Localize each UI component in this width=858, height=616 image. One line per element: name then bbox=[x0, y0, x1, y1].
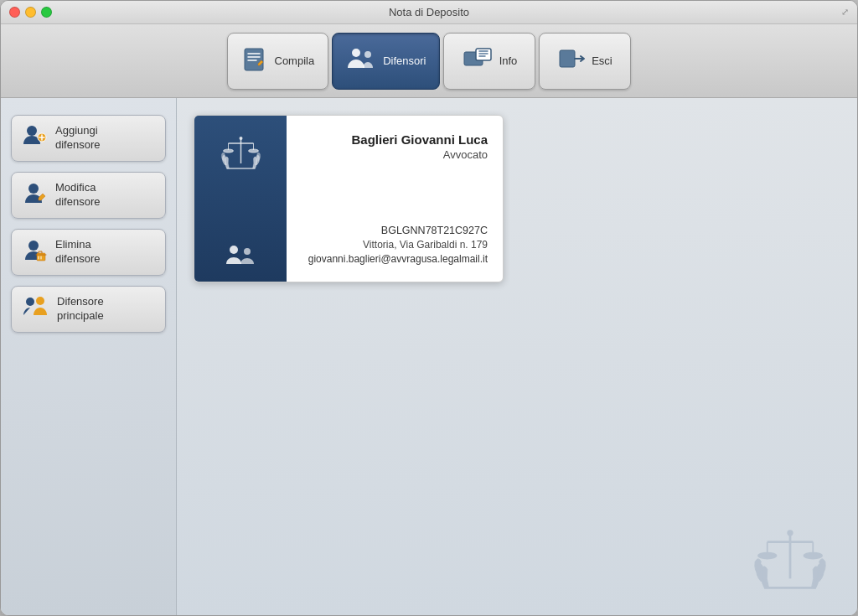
card-people-icon bbox=[224, 244, 257, 269]
svg-point-21 bbox=[230, 246, 238, 254]
main-content: Aggiungidifensore Modificadifensore bbox=[1, 98, 857, 615]
svg-point-2 bbox=[364, 51, 371, 58]
card-person-name: Baglieri Giovanni Luca bbox=[302, 132, 488, 147]
svg-point-8 bbox=[28, 184, 39, 194]
info-label: Info bbox=[499, 54, 518, 67]
compila-icon bbox=[241, 45, 268, 76]
svg-point-1 bbox=[352, 49, 360, 57]
svg-rect-4 bbox=[476, 49, 491, 60]
aggiungi-icon bbox=[22, 124, 47, 153]
compila-button[interactable]: Compila bbox=[227, 33, 329, 90]
svg-point-9 bbox=[28, 241, 39, 251]
card-logo bbox=[218, 128, 264, 174]
card-left-panel bbox=[194, 116, 287, 282]
window-controls bbox=[9, 7, 52, 18]
card-address: Vittoria, Via Garibaldi n. 179 bbox=[302, 239, 488, 251]
watermark-scales-icon bbox=[748, 515, 832, 598]
watermark bbox=[748, 515, 832, 598]
esci-icon bbox=[558, 47, 585, 75]
elimina-label: Eliminadifensore bbox=[55, 238, 100, 267]
esci-button[interactable]: Esci bbox=[539, 33, 631, 90]
card-email: giovanni.baglieri@avvragusa.legalmail.it bbox=[302, 253, 488, 265]
modifica-label: Modificadifensore bbox=[55, 181, 100, 210]
aggiungi-difensore-button[interactable]: Aggiungidifensore bbox=[11, 115, 166, 162]
aggiungi-label: Aggiungidifensore bbox=[55, 124, 100, 153]
principale-icon bbox=[22, 295, 49, 324]
toolbar: Compila Difensori bbox=[1, 24, 857, 98]
card-person-title: Avvocato bbox=[302, 148, 488, 161]
maximize-button[interactable] bbox=[41, 7, 52, 18]
svg-point-20 bbox=[239, 137, 242, 140]
svg-point-29 bbox=[804, 552, 822, 558]
svg-point-12 bbox=[36, 297, 44, 305]
difensori-button[interactable]: Difensori bbox=[332, 33, 440, 90]
card-details: BGLGNN78T21C927C Vittoria, Via Garibaldi… bbox=[302, 225, 488, 265]
business-card: Baglieri Giovanni Luca Avvocato BGLGNN78… bbox=[194, 115, 504, 282]
info-button[interactable]: Info bbox=[443, 33, 535, 90]
app-window: Nota di Deposito ⤢ Compila bbox=[0, 0, 858, 616]
modifica-difensore-button[interactable]: Modificadifensore bbox=[11, 172, 166, 219]
difensore-principale-button[interactable]: Difensoreprincipale bbox=[11, 286, 166, 333]
svg-point-17 bbox=[223, 149, 233, 153]
svg-point-22 bbox=[244, 248, 251, 255]
content-area: Baglieri Giovanni Luca Avvocato BGLGNN78… bbox=[177, 98, 857, 615]
scales-logo-icon bbox=[218, 128, 264, 174]
svg-point-27 bbox=[758, 552, 777, 558]
esci-label: Esci bbox=[592, 54, 612, 67]
title-bar: Nota di Deposito ⤢ bbox=[1, 1, 857, 24]
modifica-icon bbox=[22, 181, 47, 210]
expand-icon[interactable]: ⤢ bbox=[841, 7, 849, 18]
elimina-difensore-button[interactable]: Eliminadifensore bbox=[11, 229, 166, 276]
difensori-label: Difensori bbox=[383, 54, 426, 67]
close-button[interactable] bbox=[9, 7, 20, 18]
difensori-icon bbox=[346, 46, 376, 75]
elimina-icon bbox=[22, 238, 47, 267]
principale-label: Difensoreprincipale bbox=[57, 295, 104, 324]
card-cf: BGLGNN78T21C927C bbox=[302, 225, 488, 236]
svg-point-6 bbox=[27, 126, 37, 136]
info-icon bbox=[463, 47, 493, 75]
svg-rect-5 bbox=[560, 50, 575, 67]
sidebar: Aggiungidifensore Modificadifensore bbox=[1, 98, 177, 615]
compila-label: Compila bbox=[275, 54, 315, 67]
card-right-panel: Baglieri Giovanni Luca Avvocato BGLGNN78… bbox=[287, 116, 503, 282]
svg-point-11 bbox=[26, 298, 34, 306]
svg-point-30 bbox=[787, 530, 793, 536]
minimize-button[interactable] bbox=[25, 7, 36, 18]
svg-rect-0 bbox=[245, 49, 263, 70]
window-title: Nota di Deposito bbox=[389, 6, 469, 18]
svg-point-19 bbox=[248, 149, 258, 153]
